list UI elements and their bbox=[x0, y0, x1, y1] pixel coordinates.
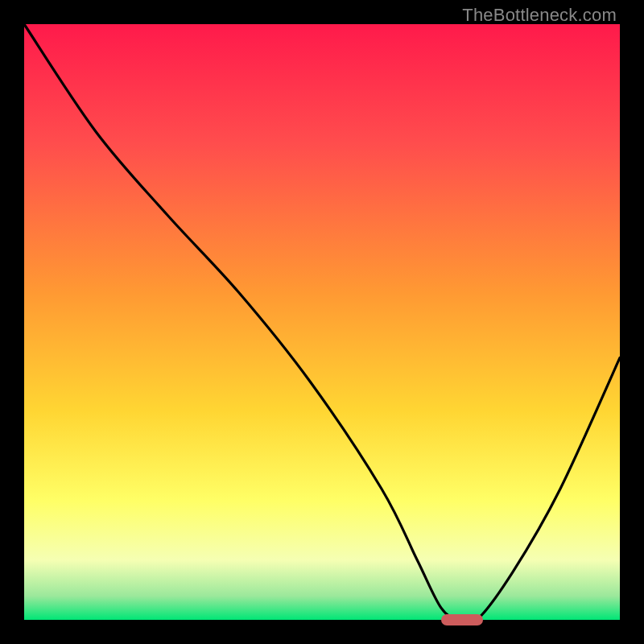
chart-stage: TheBottleneck.com bbox=[0, 0, 644, 644]
plot-area bbox=[24, 24, 620, 620]
curve-layer bbox=[24, 24, 620, 620]
optimal-marker bbox=[441, 614, 483, 625]
bottleneck-curve bbox=[24, 24, 620, 624]
watermark-text: TheBottleneck.com bbox=[462, 5, 617, 26]
